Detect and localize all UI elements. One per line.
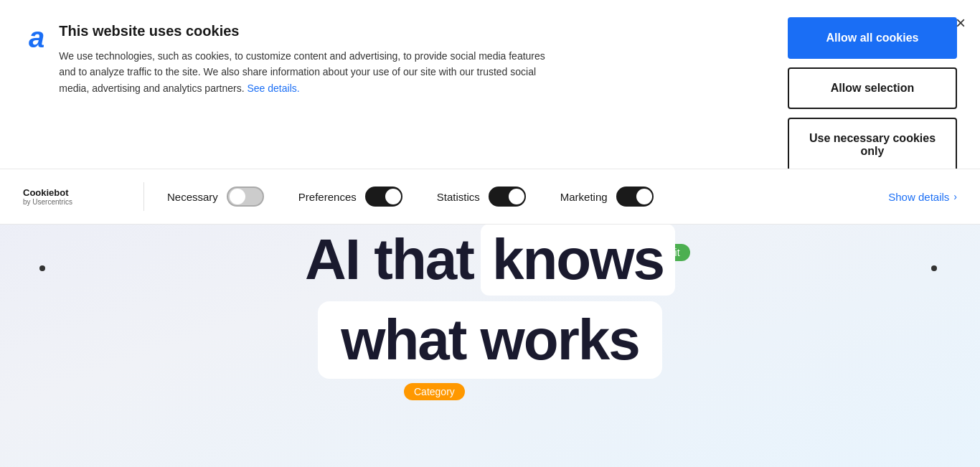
toggle-necessary: Necessary	[167, 187, 264, 207]
toggle-necessary-knob	[230, 189, 245, 204]
cookie-text-block: This website uses cookies We use technol…	[59, 23, 736, 96]
toggle-marketing: Marketing	[560, 187, 654, 207]
cookie-header-row: a This website uses cookies We use techn…	[29, 23, 736, 96]
cookie-controls-bar: Cookiebot by Usercentrics Necessary Pref…	[0, 169, 980, 225]
toggle-marketing-switch[interactable]	[616, 187, 654, 207]
cookie-overlay: a This website uses cookies We use techn…	[0, 0, 980, 467]
cookiebot-name: Cookiebot	[23, 187, 72, 198]
toggle-marketing-knob	[636, 189, 652, 204]
controls-divider	[143, 182, 144, 211]
toggle-preferences-knob	[385, 189, 401, 204]
toggle-preferences-switch[interactable]	[365, 187, 402, 207]
allow-selection-button[interactable]: Allow selection	[788, 67, 957, 109]
chevron-right-icon: ›	[953, 191, 957, 202]
toggle-marketing-label: Marketing	[560, 191, 608, 203]
cookie-description: We use technologies, such as cookies, to…	[59, 48, 547, 96]
toggle-necessary-switch[interactable]	[227, 187, 264, 207]
show-details-text: Show details	[888, 191, 949, 203]
toggle-statistics-knob	[509, 189, 524, 204]
toggle-group: Necessary Preferences Statistics	[167, 187, 980, 207]
cookie-title: This website uses cookies	[59, 23, 736, 39]
toggle-preferences-label: Preferences	[298, 191, 357, 203]
see-details-link[interactable]: See details.	[248, 82, 300, 94]
necessary-only-button[interactable]: Use necessary cookies only	[788, 118, 957, 172]
toggle-statistics: Statistics	[437, 187, 526, 207]
allow-all-button[interactable]: Allow all cookies	[788, 17, 957, 59]
cookiebot-brand-text: Cookiebot by Usercentrics	[23, 187, 72, 206]
toggle-statistics-switch[interactable]	[489, 187, 526, 207]
cookiebot-sub: by Usercentrics	[23, 198, 72, 206]
toggle-preferences: Preferences	[298, 187, 402, 207]
cookiebot-logo: Cookiebot by Usercentrics	[0, 187, 143, 206]
toggle-necessary-label: Necessary	[167, 191, 218, 203]
close-button[interactable]: ×	[953, 11, 969, 34]
site-logo-a: a	[29, 23, 44, 52]
toggle-statistics-label: Statistics	[437, 191, 480, 203]
show-details-link[interactable]: Show details ›	[888, 191, 957, 203]
